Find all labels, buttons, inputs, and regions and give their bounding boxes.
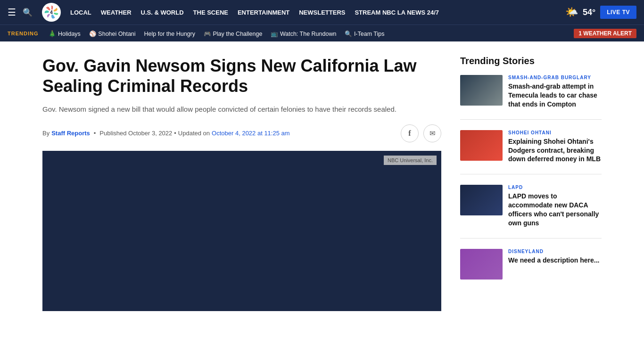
published-label: Published October 3, 2022 (99, 130, 172, 137)
trending-story-1: SMASH-AND-GRAB BURGLARY Smash-and-grab a… (460, 75, 602, 120)
story-thumbnail-4[interactable] (460, 249, 503, 280)
story-title-1[interactable]: Smash-and-grab attempt in Temecula leads… (508, 82, 602, 109)
hamburger-menu-icon[interactable]: ☰ (8, 7, 16, 18)
updated-separator: • (174, 130, 176, 137)
live-tv-button[interactable]: LIVE TV (600, 6, 636, 19)
trending-story-2: SHOHEI OHTANI Explaining Shohei Ohtani's… (460, 130, 602, 175)
story-category-3: LAPD (508, 185, 602, 190)
story-thumbnail-2[interactable] (460, 130, 503, 161)
story-title-2[interactable]: Explaining Shohei Ohtani's Dodgers contr… (508, 137, 602, 164)
facebook-share-button[interactable]: f (401, 124, 419, 142)
email-share-button[interactable]: ✉ (423, 124, 441, 142)
nav-us-world[interactable]: U.S. & WORLD (141, 9, 184, 16)
trending-item-ohtani[interactable]: ⚾ Shohei Ohtani (89, 31, 136, 37)
story-category-2: SHOHEI OHTANI (508, 130, 602, 135)
article: Gov. Gavin Newsom Signs New California L… (42, 56, 441, 311)
published-date: • (94, 130, 96, 137)
nbc-logo[interactable]: 4 4 (42, 3, 61, 22)
nav-entertainment[interactable]: ENTERTAINMENT (238, 9, 289, 16)
sidebar: Trending Stories SMASH-AND-GRAB BURGLARY… (460, 56, 602, 311)
video-watermark: NBC Universal, Inc. (384, 156, 437, 165)
nav-the-scene[interactable]: THE SCENE (193, 9, 228, 16)
weather-icon: 🌤️ (565, 6, 578, 18)
email-icon: ✉ (429, 129, 436, 138)
author-link[interactable]: Staff Reports (51, 130, 90, 137)
nav-local[interactable]: LOCAL (70, 9, 91, 16)
share-buttons: f ✉ (401, 124, 441, 142)
trending-story-4: DISNEYLAND We need a description here... (460, 249, 602, 280)
story-category-4: DISNEYLAND (508, 249, 599, 254)
nav-weather[interactable]: WEATHER (101, 9, 132, 16)
trending-label: TRENDING (8, 31, 38, 36)
story-content-1: SMASH-AND-GRAB BURGLARY Smash-and-grab a… (508, 75, 602, 109)
story-title-3[interactable]: LAPD moves to accommodate new DACA offic… (508, 192, 602, 228)
story-content-4: DISNEYLAND We need a description here... (508, 249, 599, 280)
trending-item-holidays[interactable]: 🎄 Holidays (49, 31, 80, 37)
nbc-peacock-icon: 4 4 (42, 3, 60, 21)
nav-right: 🌤️ 54° LIVE TV (565, 6, 636, 19)
trending-item-challenge[interactable]: 🎮 Play the Challenge (204, 31, 262, 37)
byline-prefix: By (42, 130, 50, 137)
trending-bar: TRENDING 🎄 Holidays ⚾ Shohei Ohtani Help… (0, 25, 644, 41)
story-thumbnail-3[interactable] (460, 185, 503, 215)
trending-items: 🎄 Holidays ⚾ Shohei Ohtani Help for the … (49, 30, 566, 37)
story-content-3: LAPD LAPD moves to accommodate new DACA … (508, 185, 602, 228)
trending-item-tips[interactable]: 🔍 I-Team Tips (345, 31, 384, 37)
article-subtitle: Gov. Newsom signed a new bill that would… (42, 104, 441, 115)
updated-prefix: Updated on (178, 130, 210, 137)
byline-left: By Staff Reports • Published October 3, … (42, 130, 290, 137)
trending-story-3: LAPD LAPD moves to accommodate new DACA … (460, 185, 602, 239)
top-navigation: ☰ 🔍 4 4 LOCAL WEATHER U.S. & W (0, 0, 644, 25)
story-thumbnail-1[interactable] (460, 75, 503, 106)
story-category-1: SMASH-AND-GRAB BURGLARY (508, 75, 602, 80)
svg-text:4: 4 (50, 10, 53, 15)
story-content-2: SHOHEI OHTANI Explaining Shohei Ohtani's… (508, 130, 602, 164)
temperature-display: 54° (583, 8, 595, 17)
nav-stream[interactable]: STREAM NBC LA NEWS 24/7 (355, 9, 439, 16)
trending-item-hungry[interactable]: Help for the Hungry (144, 31, 195, 37)
weather-alert-badge[interactable]: 1 WEATHER ALERT (574, 29, 636, 38)
search-icon[interactable]: 🔍 (23, 8, 33, 17)
article-headline: Gov. Gavin Newsom Signs New California L… (42, 56, 441, 96)
nav-newsletters[interactable]: NEWSLETTERS (299, 9, 345, 16)
nav-links: LOCAL WEATHER U.S. & WORLD THE SCENE ENT… (70, 8, 559, 16)
trending-item-rundown[interactable]: 📺 Watch: The Rundown (271, 31, 336, 37)
main-content: Gov. Gavin Newsom Signs New California L… (0, 41, 644, 325)
story-title-4[interactable]: We need a description here... (508, 256, 599, 265)
article-byline: By Staff Reports • Published October 3, … (42, 124, 441, 142)
updated-date-link[interactable]: October 4, 2022 at 11:25 am (212, 130, 290, 137)
trending-stories-heading: Trending Stories (460, 56, 602, 66)
video-player[interactable]: NBC Universal, Inc. (42, 151, 441, 311)
facebook-icon: f (408, 129, 411, 138)
